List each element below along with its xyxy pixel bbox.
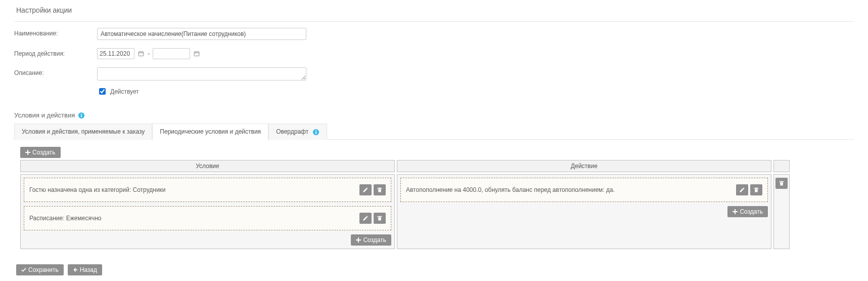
save-button[interactable]: Сохранить: [16, 264, 64, 275]
edit-icon: [362, 187, 369, 193]
create-button-label: Создать: [32, 149, 56, 156]
section-title: Настройки акции: [16, 6, 854, 14]
row-side-cell: [773, 174, 790, 249]
edit-button[interactable]: [736, 184, 748, 195]
delete-button[interactable]: [374, 184, 386, 195]
delete-button[interactable]: [750, 184, 762, 195]
tabs: Условия и действия, применяемые к заказу…: [14, 123, 854, 140]
save-button-label: Сохранить: [28, 266, 59, 273]
create-action-button[interactable]: Создать: [727, 206, 768, 217]
period-label: Период действия:: [14, 48, 97, 57]
tab-order[interactable]: Условия и действия, применяемые к заказу: [14, 124, 152, 140]
period-from-input[interactable]: [97, 48, 134, 59]
period-to-input[interactable]: [153, 48, 190, 59]
plus-icon: [25, 150, 30, 155]
edit-button[interactable]: [359, 184, 372, 195]
create-button-label: Создать: [740, 208, 763, 215]
trash-icon: [377, 215, 383, 221]
action-text: Автопополнение на 4000.0, обнулять балан…: [406, 186, 615, 193]
calendar-icon[interactable]: [138, 50, 145, 57]
info-icon: [78, 112, 85, 119]
edit-icon: [739, 187, 745, 193]
action-item: Автопополнение на 4000.0, обнулять балан…: [400, 178, 768, 202]
condition-item: Гостю назначена одна из категорий: Сотру…: [24, 178, 391, 202]
edit-button[interactable]: [359, 213, 372, 224]
info-icon: [312, 129, 319, 136]
name-label: Наименование:: [14, 28, 97, 37]
description-input[interactable]: [97, 67, 306, 81]
action-cell: Автопополнение на 4000.0, обнулять балан…: [397, 174, 771, 249]
condition-text: Гостю назначена одна из категорий: Сотру…: [29, 186, 166, 193]
back-icon: [73, 267, 78, 272]
col-side-header: [773, 160, 790, 172]
condition-item: Расписание: Ежемесячно: [24, 206, 391, 230]
back-button-label: Назад: [80, 266, 97, 273]
active-label: Действует: [110, 88, 139, 95]
back-button[interactable]: Назад: [68, 264, 102, 275]
edit-icon: [362, 215, 369, 221]
delete-button[interactable]: [374, 213, 386, 224]
check-icon: [21, 267, 26, 272]
col-action-header: Действие: [397, 160, 771, 172]
description-label: Описание:: [14, 67, 97, 76]
tab-overdraft-label: Овердрафт: [276, 128, 308, 135]
plus-icon: [733, 209, 738, 214]
create-row-button[interactable]: Создать: [20, 147, 61, 158]
plus-icon: [356, 237, 361, 243]
trash-icon: [753, 187, 759, 193]
calendar-icon[interactable]: [193, 50, 200, 57]
conditions-section-title: Условия и действия: [14, 111, 75, 119]
tab-periodic[interactable]: Периодические условия и действия: [152, 124, 268, 140]
name-input[interactable]: [97, 28, 306, 40]
trash-icon: [779, 180, 785, 186]
trash-icon: [377, 187, 383, 193]
create-button-label: Создать: [363, 236, 386, 244]
period-separator: -: [148, 50, 150, 57]
col-condition-header: Условие: [20, 160, 395, 172]
delete-row-button[interactable]: [775, 178, 788, 189]
condition-text: Расписание: Ежемесячно: [29, 215, 102, 222]
condition-cell: Гостю назначена одна из категорий: Сотру…: [20, 174, 395, 249]
active-checkbox[interactable]: [99, 88, 106, 95]
tab-overdraft[interactable]: Овердрафт: [268, 124, 327, 140]
create-condition-button[interactable]: Создать: [351, 234, 391, 246]
